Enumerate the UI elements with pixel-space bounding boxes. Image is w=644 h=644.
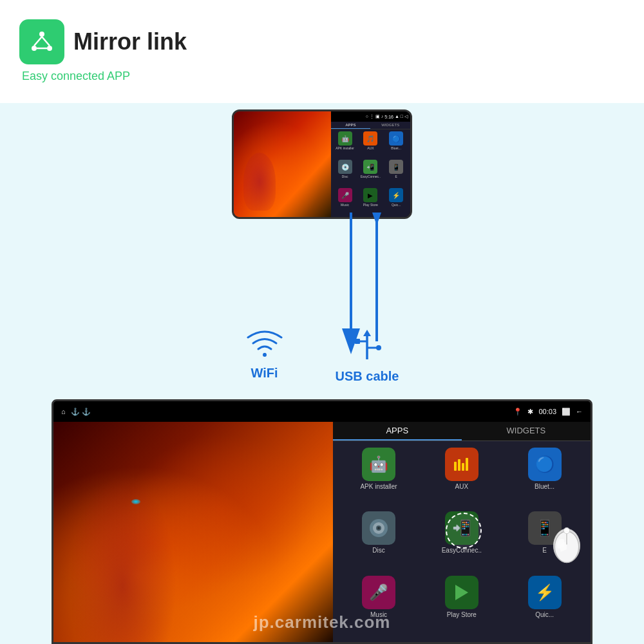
phone-music-icon: 🎤 (338, 188, 352, 202)
phone-screen: ○ ⋮ ▣ ♪ 5:16 ▲ □ ◁ APPS WIDGETS 🤖 APK in… (234, 111, 410, 217)
phone-status-bar: ○ ⋮ ▣ ♪ 5:16 ▲ □ ◁ (331, 111, 410, 122)
watermark: jp.carmitek.com (254, 612, 391, 632)
phone-disc-label: Disc (342, 175, 348, 178)
phone-bluet-label: Bluet... (391, 146, 401, 150)
car-app-disc[interactable]: Disc (339, 511, 419, 571)
phone-app-playstore[interactable]: ▶ Play Store (358, 188, 383, 215)
phone-bluet-icon: 🔵 (389, 131, 403, 146)
car-apk-label: APK installer (360, 483, 397, 490)
svg-line-4 (42, 37, 50, 46)
mirror-link-icon (28, 28, 56, 56)
mirror-link-icon-bg (19, 19, 64, 64)
wifi-label: WiFi (251, 366, 278, 381)
phone-app-quick[interactable]: ⚡ Quic... (384, 188, 408, 215)
car-quick-icon: ⚡ (528, 576, 562, 609)
wifi-connection: WiFi (245, 328, 284, 381)
car-apk-icon: 🤖 (362, 448, 395, 481)
car-e-label: E (542, 547, 547, 554)
phone-app-aux[interactable]: 🎵 AUX (358, 131, 383, 158)
wifi-icon (245, 328, 284, 361)
phone-apk-label: APK installer (336, 146, 354, 150)
svg-rect-20 (466, 458, 468, 471)
phone-app-bluet[interactable]: 🔵 Bluet... (384, 131, 408, 158)
phone-music-label: Music (341, 203, 349, 207)
phone-apps-area: ○ ⋮ ▣ ♪ 5:16 ▲ □ ◁ APPS WIDGETS 🤖 APK in… (331, 111, 410, 217)
car-tab-widgets[interactable]: WIDGETS (462, 422, 591, 440)
phone-device: ○ ⋮ ▣ ♪ 5:16 ▲ □ ◁ APPS WIDGETS 🤖 APK in… (232, 109, 412, 219)
aux-equalizer-icon (453, 455, 471, 473)
car-back-icon: ← (576, 408, 583, 415)
phone-figure-hint (243, 153, 276, 211)
connection-arrows-svg (316, 213, 419, 354)
car-quick-label: Quic... (535, 611, 554, 618)
car-disc-icon (362, 511, 395, 545)
svg-point-31 (564, 527, 569, 533)
car-bluetooth-icon: ✱ (527, 408, 533, 416)
phone-quick-icon: ⚡ (389, 188, 403, 202)
car-window-icon: ⬜ (562, 408, 571, 416)
phone-aux-label: AUX (367, 146, 374, 150)
phone-disc-icon: 💿 (338, 160, 352, 174)
car-app-playstore[interactable]: Play Store (422, 576, 501, 636)
mirror-link-title: Mirror link (73, 28, 187, 55)
phone-e-icon: 📱 (389, 160, 403, 174)
car-disc-label: Disc (372, 547, 384, 554)
phone-apps-grid: 🤖 APK installer 🎵 AUX 🔵 Bluet... 💿 Disc (331, 129, 410, 217)
car-music-icon: 🎤 (362, 576, 395, 609)
car-bluet-label: Bluet... (535, 483, 554, 490)
phone-app-e[interactable]: 📱 E (384, 160, 408, 187)
phone-tab-widgets[interactable]: WIDGETS (370, 122, 410, 129)
phone-quick-label: Quic... (392, 203, 401, 207)
svg-rect-18 (458, 459, 460, 471)
svg-line-3 (34, 37, 42, 46)
phone-time: 5:16 (384, 115, 393, 119)
svg-point-24 (377, 527, 380, 529)
car-app-aux[interactable]: AUX (422, 448, 501, 507)
car-playstore-icon (445, 576, 478, 609)
car-bluet-icon: 🔵 (528, 448, 562, 481)
header-section: Mirror link Easy connected APP (19, 19, 187, 83)
phone-apk-icon: 🤖 (338, 131, 352, 146)
phone-app-disc[interactable]: 💿 Disc (333, 160, 357, 187)
car-figure-dark (60, 455, 185, 642)
phone-playstore-label: Play Store (363, 203, 378, 207)
car-status-bar: ⌂ ⚓ ⚓ 📍 ✱ 00:03 ⬜ ← (53, 401, 591, 422)
car-aux-label: AUX (455, 483, 469, 490)
svg-rect-19 (462, 463, 464, 471)
car-location-icon: 📍 (513, 408, 522, 416)
phone-status-right: ▲ □ ◁ (395, 114, 408, 119)
car-tabs-bar: APPS WIDGETS (333, 422, 591, 441)
phone-playstore-icon: ▶ (363, 188, 377, 202)
car-content: APPS WIDGETS 🤖 APK installer (53, 422, 591, 642)
phone-app-easyconnect[interactable]: 📲 EasyConnec.. (358, 160, 383, 187)
mirror-link-row: Mirror link (19, 19, 187, 64)
car-figure-eye (131, 499, 140, 504)
phone-easyconnect-label: EasyConnec.. (361, 175, 381, 178)
car-usb-icons: ⚓ ⚓ (71, 408, 91, 416)
phone-video-area (234, 111, 331, 217)
highlight-circle (446, 513, 482, 549)
car-video-area (53, 422, 333, 642)
phone-app-music[interactable]: 🎤 Music (333, 188, 357, 215)
phone-easyconnect-icon: 📲 (363, 160, 377, 174)
car-app-quick[interactable]: ⚡ Quic... (505, 576, 584, 636)
car-app-apk[interactable]: 🤖 APK installer (339, 448, 419, 507)
svg-point-2 (47, 46, 52, 51)
phone-tab-apps[interactable]: APPS (331, 122, 371, 129)
car-status-left: ⌂ ⚓ ⚓ (61, 408, 91, 416)
phone-e-label: E (395, 175, 397, 178)
svg-point-10 (263, 353, 267, 357)
phone-tabs-bar: APPS WIDGETS (331, 122, 410, 129)
car-app-bluet[interactable]: 🔵 Bluet... (505, 448, 584, 507)
car-time: 00:03 (538, 408, 556, 415)
svg-point-1 (32, 46, 37, 51)
car-status-right: 📍 ✱ 00:03 ⬜ ← (513, 408, 583, 416)
disc-icon-svg (368, 518, 389, 538)
phone-app-apk[interactable]: 🤖 APK installer (333, 131, 357, 158)
car-tab-apps[interactable]: APPS (333, 422, 462, 440)
car-playstore-label: Play Store (447, 611, 477, 618)
usb-label: USB cable (336, 369, 399, 384)
car-aux-icon (445, 448, 478, 481)
car-unit: ⌂ ⚓ ⚓ 📍 ✱ 00:03 ⬜ ← A (52, 399, 592, 644)
easy-connected-label: Easy connected APP (22, 70, 187, 83)
